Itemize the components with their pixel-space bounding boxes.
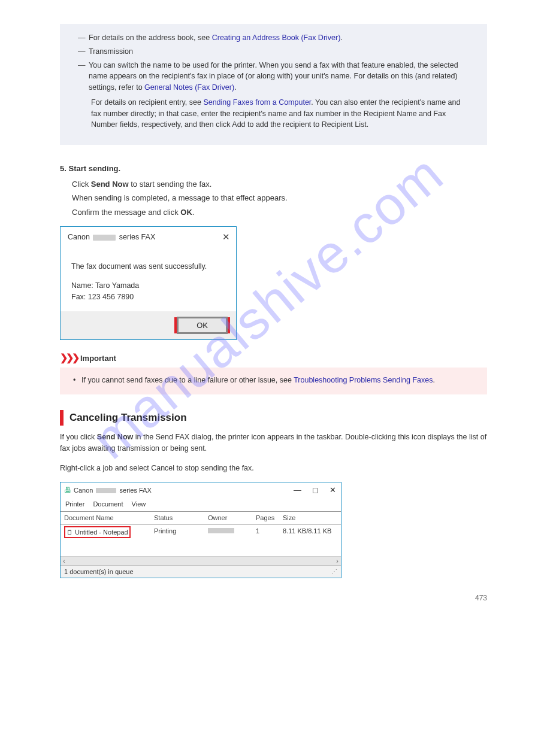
chevron-icon: ❯❯❯: [60, 351, 78, 365]
info-row-2: Transmission: [89, 46, 133, 57]
important-box: • If you cannot send faxes due to a line…: [60, 368, 487, 394]
dialog-body: The fax document was sent successfully. …: [61, 248, 236, 311]
close-icon[interactable]: ✕: [330, 484, 336, 496]
info-box: — For details on the address book, see C…: [60, 24, 487, 145]
queue-statusbar: 1 document(s) in queue ⋰: [61, 565, 341, 578]
queue-titlebar: 🖶 Canon series FAX — ◻ ✕: [61, 482, 341, 498]
link-troubleshoot[interactable]: Troubleshooting Problems Sending Faxes: [294, 376, 433, 384]
cancel-para-2: Right-click a job and select Cancel to s…: [60, 463, 487, 474]
menu-document[interactable]: Document: [93, 499, 123, 509]
minimize-icon[interactable]: —: [294, 484, 301, 496]
document-name-highlight: 🗒 Untitled - Notepad: [64, 526, 131, 539]
dash-icon: —: [78, 32, 85, 44]
redacted-block: [208, 528, 234, 533]
scroll-right-icon[interactable]: ›: [336, 556, 338, 566]
notepad-icon: 🗒: [67, 527, 73, 538]
link-address-book[interactable]: Creating an Address Book (Fax Driver): [212, 34, 341, 42]
dialog-titlebar: Canon series FAX ✕: [61, 227, 236, 248]
scrollbar[interactable]: ‹ ›: [61, 556, 341, 565]
info-row-3: You can switch the name to be used for t…: [89, 60, 469, 93]
cancel-para-1: If you click Send Now in the Send FAX di…: [60, 432, 487, 454]
red-bar-icon: [60, 410, 64, 426]
link-general-notes[interactable]: General Notes (Fax Driver): [144, 83, 234, 92]
menu-printer[interactable]: Printer: [65, 499, 84, 509]
print-queue-window: 🖶 Canon series FAX — ◻ ✕ Printer Documen…: [60, 482, 341, 578]
redacted-block: [96, 488, 116, 493]
important-text: If you cannot send faxes due to a line f…: [81, 375, 435, 386]
important-label: ❯❯❯ Important: [60, 351, 487, 365]
menu-view[interactable]: View: [132, 499, 146, 509]
ok-button[interactable]: OK: [177, 317, 228, 334]
dash-icon: —: [78, 60, 85, 71]
dialog-footer: OK: [61, 311, 236, 340]
success-dialog: Canon series FAX ✕ The fax document was …: [60, 226, 237, 340]
page-number: 473: [475, 593, 487, 603]
queue-menu: Printer Document View: [61, 498, 341, 512]
info-row-1: For details on the address book, see Cre…: [89, 32, 343, 44]
bullet-icon: •: [73, 375, 77, 386]
step-5: 5. Start sending. Click Send Now to star…: [60, 163, 487, 218]
maximize-icon[interactable]: ◻: [312, 484, 319, 496]
section-heading: Canceling Transmission: [60, 410, 487, 426]
info-paragraph: For details on recipient entry, see Send…: [91, 97, 469, 130]
redacted-block: [93, 235, 116, 241]
scroll-left-icon[interactable]: ‹: [63, 556, 65, 566]
printer-icon: 🖶: [64, 485, 71, 496]
queue-header-row: Document Name Status Owner Pages Size: [61, 512, 341, 525]
ok-highlight: OK: [174, 317, 230, 334]
close-icon[interactable]: ✕: [222, 230, 230, 244]
queue-row[interactable]: 🗒 Untitled - Notepad Printing 1 8.11 KB/…: [61, 525, 341, 540]
resize-grip-icon: ⋰: [331, 567, 337, 577]
dash-icon: —: [78, 46, 85, 57]
link-sending-faxes[interactable]: Sending Faxes from a Computer: [203, 98, 311, 107]
